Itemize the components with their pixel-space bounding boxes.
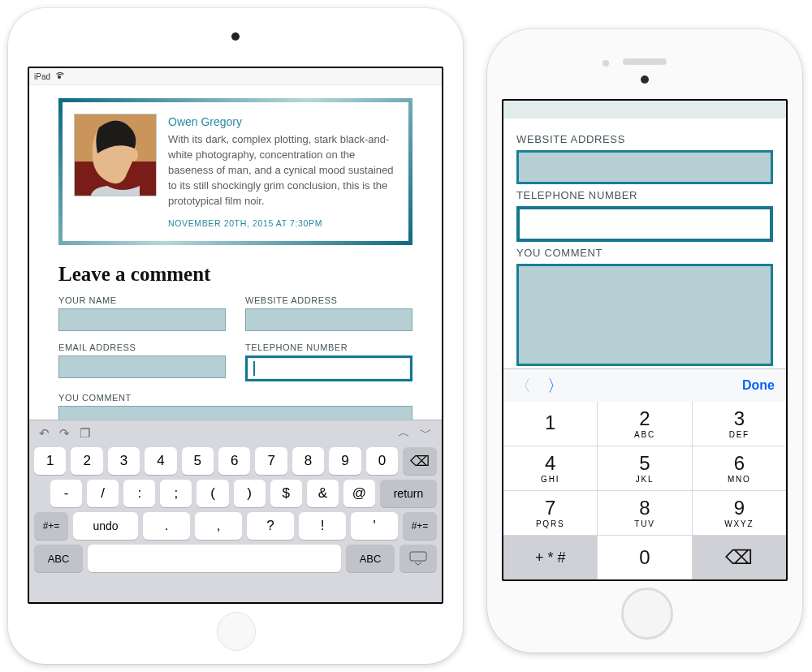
home-button[interactable]	[217, 612, 256, 651]
email-field[interactable]	[58, 355, 226, 378]
undo-key[interactable]: undo	[73, 512, 138, 540]
numkey-backspace[interactable]: ⌫	[693, 536, 786, 579]
key-4[interactable]: 4	[145, 447, 176, 475]
home-button[interactable]	[621, 588, 673, 640]
wifi-icon	[54, 72, 66, 80]
next-field-icon[interactable]: ﹀	[420, 425, 432, 441]
comment-timestamp: NOVEMBER 20TH, 2015 AT 7:30PM	[168, 218, 397, 230]
space-key[interactable]	[88, 545, 341, 572]
hide-keyboard-key[interactable]	[400, 545, 437, 572]
numkey-7[interactable]: 7PQRS	[503, 491, 597, 535]
numkey-5[interactable]: 5JKL	[598, 446, 691, 490]
symbol-shift-key-left[interactable]: #+=	[34, 512, 68, 540]
numkey-2[interactable]: 2ABC	[598, 402, 691, 446]
key-row-2: - / : ; ( ) $ & @ return	[34, 480, 437, 507]
symbol-shift-key-right[interactable]: #+=	[403, 512, 437, 540]
key-apostrophe[interactable]: '	[351, 512, 398, 540]
speaker-grille	[623, 58, 667, 65]
key-paren-right[interactable]: )	[234, 480, 266, 507]
numkey-1[interactable]: 1	[503, 402, 597, 446]
label-phone: TELEPHONE NUMBER	[245, 342, 412, 352]
key-7[interactable]: 7	[255, 447, 287, 475]
numkey-symbols[interactable]: + * #	[503, 536, 597, 579]
numkey-3[interactable]: 3DEF	[693, 402, 786, 446]
redo-arrow-icon[interactable]: ↷	[59, 426, 70, 441]
label-website: WEBSITE ADDRESS	[516, 133, 773, 145]
device-label: iPad	[34, 72, 50, 81]
numeric-keypad: 1 2ABC 3DEF 4GHI 5JKL 6MNO 7PQRS 8TUV 9W…	[503, 402, 786, 579]
key-period[interactable]: .	[143, 512, 190, 540]
key-9[interactable]: 9	[329, 447, 361, 475]
return-key[interactable]: return	[380, 480, 437, 507]
camera-dot	[231, 32, 240, 41]
label-comment: YOU COMMENT	[516, 247, 773, 259]
next-field-icon[interactable]: 〉	[547, 375, 564, 397]
label-your-name: YOUR NAME	[58, 295, 226, 305]
iphone-screen: WEBSITE ADDRESS TELEPHONE NUMBER YOU COM…	[502, 99, 788, 581]
abc-key-right[interactable]: ABC	[346, 545, 395, 572]
key-comma[interactable]: ,	[195, 512, 242, 540]
ipad-device: iPad	[8, 8, 463, 664]
comment-field[interactable]	[516, 264, 773, 366]
backspace-key[interactable]: ⌫	[403, 447, 437, 475]
front-camera	[641, 75, 649, 84]
key-5[interactable]: 5	[182, 447, 214, 475]
done-button[interactable]: Done	[742, 378, 775, 393]
keyboard-accessory-bar: 〈 〉 Done	[503, 368, 786, 402]
key-row-3: #+= undo . , ? ! ' #+=	[34, 512, 437, 540]
numkey-8[interactable]: 8TUV	[598, 491, 691, 535]
name-field[interactable]	[58, 308, 226, 331]
numkey-0[interactable]: 0	[598, 536, 691, 579]
prev-field-icon[interactable]: ︿	[398, 425, 410, 441]
key-slash[interactable]: /	[87, 480, 119, 507]
key-dash[interactable]: -	[50, 480, 82, 507]
key-colon[interactable]: :	[123, 480, 155, 507]
key-3[interactable]: 3	[108, 447, 140, 475]
numkey-4[interactable]: 4GHI	[503, 446, 597, 490]
key-at[interactable]: @	[343, 480, 375, 507]
abc-key-left[interactable]: ABC	[34, 545, 83, 572]
proximity-sensor	[603, 60, 609, 67]
key-semicolon[interactable]: ;	[160, 480, 192, 507]
label-phone: TELEPHONE NUMBER	[516, 189, 773, 201]
avatar	[74, 114, 157, 196]
phone-field[interactable]	[516, 206, 773, 242]
author-name: Owen Gregory	[168, 114, 397, 130]
comment-card: Owen Gregory With its dark, complex plot…	[58, 98, 412, 245]
form-heading: Leave a comment	[58, 263, 412, 286]
key-2[interactable]: 2	[71, 447, 102, 475]
undo-arrow-icon[interactable]: ↶	[39, 426, 50, 441]
svg-rect-2	[410, 552, 426, 561]
ipad-screen: iPad	[28, 67, 443, 604]
phone-field[interactable]	[245, 355, 412, 381]
prev-field-icon[interactable]: 〈	[515, 375, 531, 397]
website-field[interactable]	[245, 308, 412, 331]
key-row-4: ABC ABC	[34, 545, 437, 572]
page-header-strip	[503, 101, 786, 118]
label-comment: YOU COMMENT	[58, 393, 412, 403]
numkey-6[interactable]: 6MNO	[693, 446, 786, 490]
key-question[interactable]: ?	[247, 512, 294, 540]
comment-body: With its dark, complex plotting, stark b…	[168, 132, 397, 209]
iphone-device: WEBSITE ADDRESS TELEPHONE NUMBER YOU COM…	[487, 29, 802, 653]
key-0[interactable]: 0	[366, 447, 398, 475]
key-dollar[interactable]: $	[270, 480, 302, 507]
ipad-keyboard: ↶ ↷ ❐ ︿ ﹀ 1 2 3 4 5 6 7 8 9 0	[29, 420, 442, 602]
page-content: Owen Gregory With its dark, complex plot…	[29, 85, 442, 464]
key-exclaim[interactable]: !	[299, 512, 346, 540]
key-1[interactable]: 1	[34, 447, 66, 475]
website-field[interactable]	[516, 150, 773, 184]
key-amp[interactable]: &	[307, 480, 339, 507]
numkey-9[interactable]: 9WXYZ	[693, 491, 786, 535]
label-website: WEBSITE ADDRESS	[245, 295, 412, 305]
key-6[interactable]: 6	[218, 447, 250, 475]
page-content: WEBSITE ADDRESS TELEPHONE NUMBER YOU COM…	[503, 118, 786, 368]
status-bar: iPad	[29, 68, 442, 85]
key-8[interactable]: 8	[292, 447, 324, 475]
key-paren-left[interactable]: (	[197, 480, 228, 507]
clipboard-icon[interactable]: ❐	[80, 426, 90, 441]
text-caret	[253, 361, 255, 376]
key-row-1: 1 2 3 4 5 6 7 8 9 0 ⌫	[34, 447, 437, 475]
label-email: EMAIL ADDRESS	[58, 342, 226, 352]
